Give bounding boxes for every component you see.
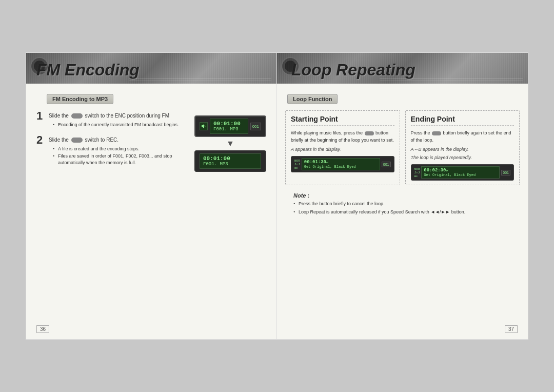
display-1-badge: 001 bbox=[250, 123, 261, 130]
jog-text-start: J∩J bbox=[294, 163, 300, 166]
display-1-inner: 00:01:00 F001. MP3 bbox=[210, 119, 248, 134]
starting-point-note: A appears in the display. bbox=[291, 147, 394, 152]
ending-point-box: Ending Point Press the button briefly ag… bbox=[405, 110, 520, 185]
starting-mini-display: NOR J∩J ⊞⊟ 00:01:30↵ Get Original, Black… bbox=[291, 156, 394, 172]
right-page: Loop Repeating Loop Function Starting Po… bbox=[277, 52, 528, 340]
start-display-badge: 001 bbox=[382, 162, 391, 167]
right-header: Loop Repeating bbox=[277, 53, 528, 84]
display-2-time: 00:01:00 bbox=[203, 155, 258, 162]
step-2-number: 2 bbox=[36, 134, 45, 146]
right-badge-wrapper: Loop Function bbox=[277, 94, 528, 110]
device-display-1: 00:01:00 F001. MP3 001 bbox=[194, 115, 266, 137]
step-2: 2 Slide the switch to REC. A file is cre… bbox=[36, 134, 186, 167]
play-button-icon bbox=[365, 131, 374, 135]
steps-area: 1 Slide the switch to the ENC position d… bbox=[36, 110, 186, 177]
left-page: FM Encoding FM Encoding to MP3 1 bbox=[26, 52, 277, 340]
starting-point-title: Starting Point bbox=[291, 115, 394, 126]
ending-note2: The loop is played repeatedly. bbox=[411, 155, 515, 160]
display-1-file: F001. MP3 bbox=[213, 127, 245, 132]
page-container: FM Encoding FM Encoding to MP3 1 bbox=[0, 0, 554, 392]
svg-rect-0 bbox=[202, 125, 203, 127]
step-2-bullet-2: Files are saved in order of F001, F002, … bbox=[53, 153, 186, 166]
fm-badge-wrapper: FM Encoding to MP3 bbox=[36, 94, 266, 110]
left-header: FM Encoding bbox=[26, 53, 276, 84]
display-icon bbox=[200, 122, 208, 130]
step-1-bullets: Encoding of the currently transmitted FM… bbox=[53, 122, 179, 128]
step-1-content: Slide the switch to the ENC position dur… bbox=[49, 110, 179, 129]
step-2-text: Slide the switch to REC. bbox=[49, 137, 118, 143]
rec-button-icon bbox=[71, 138, 83, 143]
start-display-file: Get Original, Black Eyed bbox=[304, 165, 378, 169]
loop-section-badge: Loop Function bbox=[287, 94, 338, 104]
note-title: Note : bbox=[293, 192, 511, 199]
enc-button-icon bbox=[71, 113, 83, 119]
display-2-file: F001. MP3 bbox=[203, 162, 258, 167]
step-1-number: 1 bbox=[36, 110, 45, 122]
ending-point-text: Press the button briefly again to set th… bbox=[411, 130, 515, 144]
note-item-1: Press the button briefly to cancel the l… bbox=[293, 201, 511, 208]
step-2-bullet-1: A file is created and the encoding stops… bbox=[53, 146, 186, 152]
nor-text-start: NOR bbox=[294, 159, 300, 163]
left-main-layout: 1 Slide the switch to the ENC position d… bbox=[36, 110, 266, 177]
step-2-content: Slide the switch to REC. A file is creat… bbox=[49, 134, 186, 167]
ending-note1: A↔B appears in the display. bbox=[411, 147, 515, 152]
step-1-text: Slide the switch to the ENC position dur… bbox=[49, 113, 169, 119]
right-page-number: 37 bbox=[505, 325, 518, 333]
speaker-icon bbox=[201, 124, 206, 129]
left-header-title: FM Encoding bbox=[36, 61, 140, 80]
two-column-layout: Starting Point While playing music files… bbox=[285, 110, 520, 185]
extra-text-start: ⊞⊟ bbox=[294, 166, 300, 170]
step-1-bullet-1: Encoding of the currently transmitted FM… bbox=[53, 122, 179, 128]
step-2-bullets: A file is created and the encoding stops… bbox=[53, 146, 186, 166]
ending-mini-display: NOR J∩J ⊞⊟ 00:02:30↵ Get Original, Black… bbox=[411, 164, 515, 181]
right-header-line1 bbox=[380, 78, 523, 79]
jog-text-end: J∩J bbox=[414, 171, 420, 174]
extra-text-end: ⊞⊟ bbox=[414, 174, 420, 178]
start-display-time: 00:01:30↵ bbox=[304, 160, 378, 165]
arrow-down-icon: ▼ bbox=[226, 139, 234, 148]
step-1: 1 Slide the switch to the ENC position d… bbox=[36, 110, 186, 129]
note-title-italic: Note bbox=[293, 192, 306, 199]
right-content: Starting Point While playing music files… bbox=[277, 110, 528, 215]
device-displays-area: 00:01:00 F001. MP3 001 ▼ 00:01:00 F001. … bbox=[194, 115, 266, 172]
note-item-2: Loop Repeat is automatically released if… bbox=[293, 209, 511, 216]
nor-label-left: NOR J∩J ⊞⊟ bbox=[294, 159, 300, 170]
left-content: FM Encoding to MP3 1 Slide the switch to… bbox=[26, 94, 276, 177]
right-header-title: Loop Repeating bbox=[291, 61, 416, 80]
svg-marker-1 bbox=[203, 124, 204, 128]
left-page-number: 36 bbox=[36, 325, 49, 333]
starting-point-text: While playing music files, press the but… bbox=[291, 130, 394, 144]
end-button-icon bbox=[432, 131, 441, 135]
end-display-badge: 001 bbox=[501, 170, 510, 175]
device-display-2: 00:01:00 F001. MP3 bbox=[194, 150, 266, 172]
end-display-time: 00:02:30↵ bbox=[424, 168, 497, 173]
display-2-inner: 00:01:00 F001. MP3 bbox=[200, 153, 261, 169]
start-display-inner: 00:01:30↵ Get Original, Black Eyed bbox=[302, 158, 380, 170]
header-line1 bbox=[129, 78, 271, 79]
display-1-time: 00:01:00 bbox=[213, 121, 245, 127]
note-section: Note : Press the button briefly to cance… bbox=[285, 192, 520, 215]
spread: FM Encoding FM Encoding to MP3 1 bbox=[26, 52, 528, 340]
nor-text-end: NOR bbox=[414, 167, 420, 171]
header-line2 bbox=[129, 80, 271, 81]
starting-point-box: Starting Point While playing music files… bbox=[285, 110, 400, 185]
end-display-file: Get Original, Black Eyed bbox=[424, 173, 497, 177]
right-header-line2 bbox=[380, 80, 523, 81]
ending-point-title: Ending Point bbox=[411, 115, 515, 126]
end-display-inner: 00:02:30↵ Get Original, Black Eyed bbox=[421, 166, 500, 179]
fm-section-badge: FM Encoding to MP3 bbox=[47, 94, 113, 104]
nor-label-right: NOR J∩J ⊞⊟ bbox=[414, 167, 420, 178]
